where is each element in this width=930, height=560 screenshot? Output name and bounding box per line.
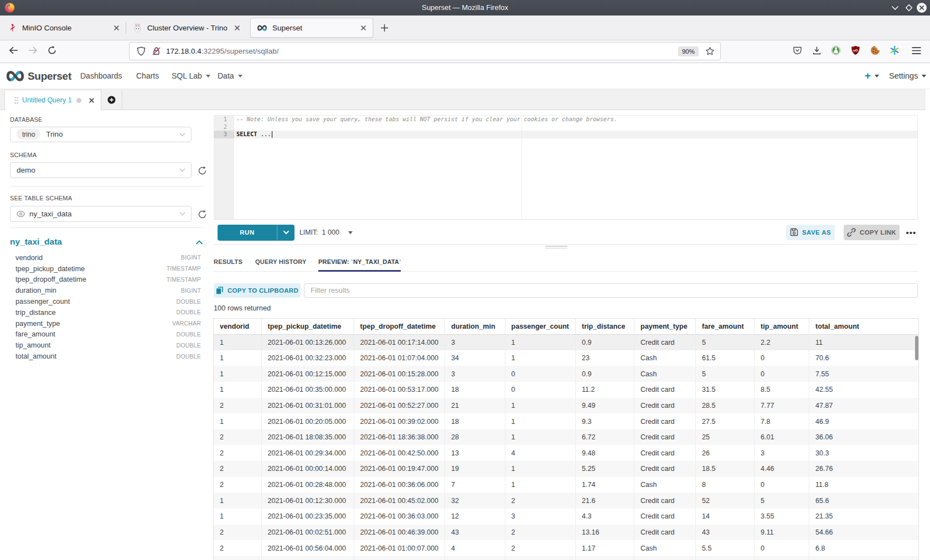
run-query-button[interactable]: RUN <box>218 225 294 241</box>
database-select[interactable]: trino Trino <box>10 127 192 143</box>
menu-hamburger-icon[interactable] <box>907 42 925 59</box>
table-cell: 2021-06-01 00:45:02.000 <box>354 492 445 509</box>
filter-results-input[interactable]: Filter results <box>304 283 918 298</box>
window-maximize-button[interactable] <box>902 1 916 14</box>
column-header[interactable]: trip_distance <box>576 319 634 334</box>
pane-resize-handle[interactable] <box>545 246 567 249</box>
table-row: 22021-06-01 00:28:48.0002021-06-01 00:36… <box>214 477 919 493</box>
url-bar[interactable]: 172.18.0.4:32295/superset/sqllab/ 90% <box>129 42 721 60</box>
ublock-shield-icon[interactable]: uO <box>846 42 864 59</box>
tab-close-icon[interactable] <box>110 22 122 34</box>
column-header[interactable]: total_amount <box>809 319 919 334</box>
lock-slash-icon[interactable] <box>152 46 161 56</box>
browser-tab-trino[interactable]: Cluster Overview - Trino <box>126 15 246 40</box>
schema-column-row: tpep_pickup_datetimeTIMESTAMP <box>10 263 204 274</box>
zoom-level-badge[interactable]: 90% <box>678 46 699 56</box>
sql-editor[interactable]: 1 2 3 -- Note: Unless you save your quer… <box>214 115 918 220</box>
reload-button[interactable] <box>43 42 61 59</box>
new-item-button[interactable]: + <box>865 63 879 89</box>
table-cell: 2021-06-01 18:36:38.000 <box>354 429 445 445</box>
tab-preview-active[interactable]: PREVIEW: `NY_TAXI_DATA` <box>318 252 401 271</box>
new-tab-button[interactable] <box>378 22 390 34</box>
window-minimize-button[interactable] <box>888 1 902 14</box>
table-cell: 2021-06-01 00:39:02.000 <box>354 413 445 429</box>
refresh-schemas-icon[interactable] <box>197 165 208 176</box>
tab-query-history[interactable]: QUERY HISTORY <box>255 252 306 271</box>
collapse-chevron-up-icon[interactable] <box>195 240 203 245</box>
download-icon[interactable] <box>808 42 825 59</box>
browser-tab-superset-active[interactable]: Superset <box>250 18 373 38</box>
superset-brand[interactable]: Superset <box>6 70 80 82</box>
browser-tabbar: MinIO Console Cluster Overview - Tri <box>0 15 930 40</box>
database-type-badge: trino <box>17 129 40 139</box>
table-cell: 43 <box>696 525 755 541</box>
query-tab-strip: Untitled Query 1 <box>0 89 926 110</box>
table-cell: 7 <box>445 477 505 493</box>
table-cell: 34 <box>445 350 505 366</box>
drag-handle-icon[interactable] <box>14 97 18 104</box>
cookie-icon[interactable] <box>866 42 884 59</box>
table-select[interactable]: ny_taxi_data <box>10 206 192 222</box>
refresh-tables-icon[interactable] <box>197 209 208 220</box>
forward-button[interactable] <box>24 42 42 59</box>
table-cell: 2 <box>214 540 261 556</box>
copy-to-clipboard-button[interactable]: COPY TO CLIPBOARD <box>214 283 301 298</box>
table-cell: 2021-06-01 00:52:27.000 <box>354 398 445 414</box>
table-cell: 1 <box>505 461 576 477</box>
tracking-shield-icon[interactable] <box>137 46 146 56</box>
table-cell: 2021-06-01 00:23:35.000 <box>261 509 354 525</box>
table-cell: 9.48 <box>576 445 634 461</box>
table-cell: 3 <box>445 334 505 350</box>
table-cell: Credit card <box>634 445 696 461</box>
column-header[interactable]: fare_amount <box>696 319 755 334</box>
column-header[interactable]: tip_amount <box>755 319 809 334</box>
window-close-button[interactable] <box>915 1 928 14</box>
nav-item-dashboards[interactable]: Dashboards <box>80 63 122 89</box>
back-button[interactable] <box>4 42 22 59</box>
column-name: trip_distance <box>16 308 56 317</box>
tab-close-icon[interactable] <box>357 22 369 34</box>
table-cell: 43 <box>445 525 505 541</box>
tab-results[interactable]: RESULTS <box>214 252 242 271</box>
settings-menu[interactable]: Settings <box>889 63 926 89</box>
column-header[interactable]: duration_min <box>445 319 505 334</box>
chevron-down-icon <box>922 75 926 77</box>
nav-item-data[interactable]: Data <box>218 63 242 89</box>
more-actions-button[interactable]: ••• <box>905 226 918 238</box>
table-cell: 2021-06-01 00:32:23.000 <box>261 350 354 366</box>
eye-icon <box>17 211 25 217</box>
add-query-tab-button[interactable] <box>101 90 122 110</box>
copy-link-button[interactable]: COPY LINK <box>844 225 900 240</box>
pocket-icon[interactable] <box>788 42 806 59</box>
table-schema-heading[interactable]: ny_taxi_data <box>10 237 62 247</box>
column-header[interactable]: tpep_dropoff_datetime <box>354 319 445 334</box>
column-header[interactable]: payment_type <box>634 319 696 334</box>
browser-tab-minio[interactable]: MinIO Console <box>0 15 126 40</box>
limit-dropdown[interactable]: LIMIT: 1 000 <box>299 225 353 241</box>
query-tab-active[interactable]: Untitled Query 1 <box>4 90 101 110</box>
browser-titlebar: Superset — Mozilla Firefox <box>0 0 930 15</box>
link-icon <box>847 228 856 237</box>
column-header[interactable]: vendorid <box>214 319 261 334</box>
table-cell: 1 <box>214 509 261 525</box>
column-header[interactable]: tpep_pickup_datetime <box>261 319 354 334</box>
editor-text-area[interactable]: -- Note: Unless you save your query, the… <box>234 116 917 219</box>
table-cell: 0 <box>505 366 576 382</box>
url-text[interactable]: 172.18.0.4:32295/superset/sqllab/ <box>166 47 278 55</box>
bookmark-star-icon[interactable] <box>705 46 715 56</box>
rows-returned-text: 100 rows returned <box>214 304 271 312</box>
south-pane-tabs: RESULTS QUERY HISTORY PREVIEW: `NY_TAXI_… <box>214 252 918 272</box>
extension-privacy-icon[interactable] <box>827 42 845 59</box>
save-as-button[interactable]: SAVE AS <box>786 225 835 240</box>
run-options-chevron[interactable] <box>277 230 294 235</box>
nav-item-charts[interactable]: Charts <box>136 63 159 89</box>
table-scrollbar-thumb[interactable] <box>915 336 918 360</box>
nav-item-sql-lab[interactable]: SQL Lab <box>172 63 210 89</box>
column-header[interactable]: passenger_count <box>505 319 576 334</box>
extension-asterisk-icon[interactable] <box>886 42 903 59</box>
table-cell: 1 <box>505 398 576 414</box>
query-tab-close-icon[interactable] <box>88 96 96 104</box>
tab-close-icon[interactable] <box>231 22 243 34</box>
schema-select[interactable]: demo <box>10 162 192 178</box>
chevron-down-icon <box>179 133 185 137</box>
